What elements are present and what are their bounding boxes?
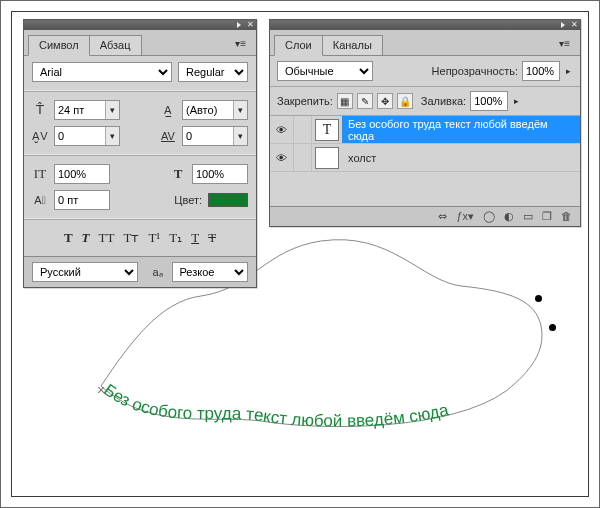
opacity-label: Непрозрачность: [432, 65, 518, 77]
layer-thumbnail[interactable] [315, 147, 339, 169]
vscale-icon: IT [32, 166, 48, 182]
blend-mode-select[interactable]: Обычные [277, 61, 373, 81]
layer-row[interactable]: 👁TБез особого труда текст любой введём с… [270, 116, 580, 144]
faux-bold-button[interactable]: T [64, 230, 73, 246]
text-on-path[interactable]: Без особого труда текст любой введём сюд… [100, 380, 451, 430]
lock-position-button[interactable]: ✥ [377, 93, 393, 109]
panel-titlebar[interactable]: ✕ [24, 20, 256, 30]
layer-link-cell[interactable] [294, 144, 312, 171]
superscript-button[interactable]: T¹ [148, 230, 160, 246]
visibility-toggle[interactable]: 👁 [270, 144, 294, 171]
vscale-input[interactable] [54, 164, 110, 184]
language-select[interactable]: Русский [32, 262, 138, 282]
layer-fx-button[interactable]: ƒx▾ [456, 210, 474, 223]
panel-menu-icon[interactable]: ▾≡ [553, 36, 576, 55]
opacity-input[interactable] [522, 61, 560, 81]
strikethrough-button[interactable]: T [208, 230, 216, 246]
layer-link-cell[interactable] [294, 116, 312, 143]
kerning-input[interactable]: ▾ [54, 126, 120, 146]
path-anchor[interactable] [535, 295, 542, 302]
tab-paragraph[interactable]: Абзац [89, 35, 142, 55]
close-icon[interactable]: ✕ [247, 21, 254, 29]
layer-mask-button[interactable]: ◯ [483, 210, 495, 223]
layer-list: 👁TБез особого труда текст любой введём с… [270, 116, 580, 206]
collapse-icon[interactable] [237, 22, 241, 28]
adjustment-layer-button[interactable]: ◐ [504, 210, 514, 223]
tab-channels[interactable]: Каналы [322, 35, 383, 55]
panel-titlebar[interactable]: ✕ [270, 20, 580, 30]
hscale-icon: T [170, 166, 186, 182]
smallcaps-button[interactable]: Tᴛ [123, 230, 139, 246]
leading-input[interactable]: ▾ [182, 100, 248, 120]
font-size-icon: T̂ [32, 102, 48, 118]
layer-thumbnail[interactable]: T [315, 119, 339, 141]
lock-all-button[interactable]: 🔒 [397, 93, 413, 109]
link-layers-button[interactable]: ⇔ [438, 210, 447, 223]
kerning-icon: A̮V [32, 130, 48, 143]
visibility-toggle[interactable]: 👁 [270, 116, 294, 143]
tracking-input[interactable]: ▾ [182, 126, 248, 146]
opacity-flyout-icon[interactable]: ▸ [564, 66, 573, 76]
path-start-marker: × [97, 382, 105, 398]
character-panel: ✕ Символ Абзац ▾≡ Arial Regular T̂ ▾ A̲ … [23, 19, 257, 288]
antialias-select[interactable]: Резкое [172, 262, 249, 282]
layer-row[interactable]: 👁холст [270, 144, 580, 172]
panel-menu-icon[interactable]: ▾≡ [229, 36, 252, 55]
color-swatch[interactable] [208, 193, 248, 207]
baseline-icon: Aͣ [32, 194, 48, 206]
fill-label: Заливка: [421, 95, 466, 107]
color-label: Цвет: [174, 194, 202, 206]
path-anchor[interactable] [549, 324, 556, 331]
lock-paint-button[interactable]: ✎ [357, 93, 373, 109]
lock-label: Закрепить: [277, 95, 333, 107]
baseline-input[interactable] [54, 190, 110, 210]
tracking-icon: AV [160, 130, 176, 142]
font-size-input[interactable]: ▾ [54, 100, 120, 120]
collapse-icon[interactable] [561, 22, 565, 28]
delete-layer-button[interactable]: 🗑 [561, 210, 572, 223]
type-style-buttons: T T TT Tᴛ T¹ T₁ T T [32, 228, 248, 250]
layers-panel: ✕ Слои Каналы ▾≡ Обычные Непрозрачность:… [269, 19, 581, 227]
layer-group-button[interactable]: ▭ [523, 210, 533, 223]
lock-pixels-button[interactable]: ▦ [337, 93, 353, 109]
tab-layers[interactable]: Слои [274, 35, 323, 56]
layer-name[interactable]: холст [342, 144, 580, 171]
allcaps-button[interactable]: TT [99, 230, 115, 246]
font-style-select[interactable]: Regular [178, 62, 248, 82]
subscript-button[interactable]: T₁ [169, 230, 182, 246]
font-family-select[interactable]: Arial [32, 62, 172, 82]
tab-character[interactable]: Символ [28, 35, 90, 56]
layer-name[interactable]: Без особого труда текст любой введём сюд… [342, 116, 580, 143]
faux-italic-button[interactable]: T [82, 230, 90, 246]
fill-flyout-icon[interactable]: ▸ [512, 96, 521, 106]
fill-input[interactable] [470, 91, 508, 111]
leading-icon: A̲ [160, 104, 176, 117]
close-icon[interactable]: ✕ [571, 21, 578, 29]
hscale-input[interactable] [192, 164, 248, 184]
underline-button[interactable]: T [191, 230, 199, 246]
new-layer-button[interactable]: ❐ [542, 210, 552, 223]
antialias-icon: aₐ [150, 266, 166, 279]
